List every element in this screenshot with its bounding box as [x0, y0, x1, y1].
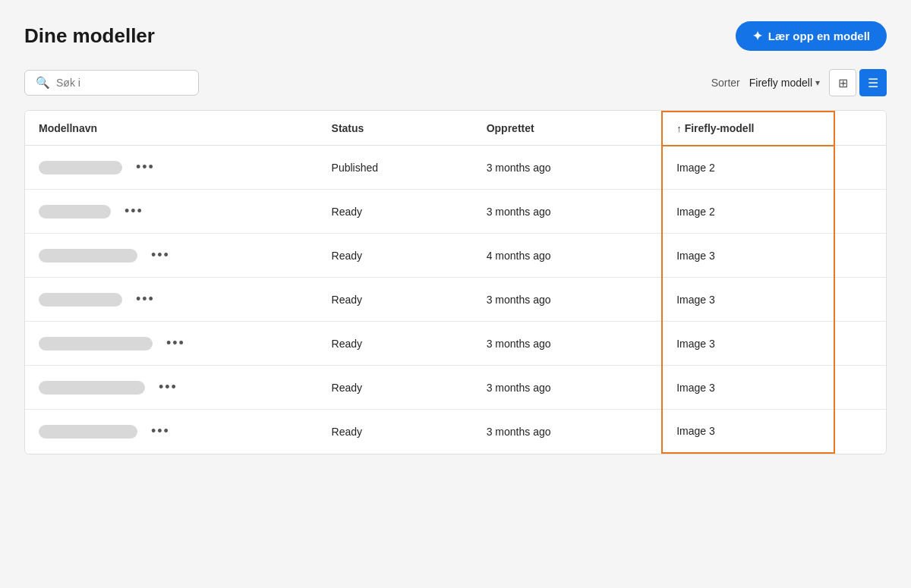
status-badge: Ready [332, 250, 362, 262]
status-cell: Published [318, 146, 473, 190]
opprettet-cell: 3 months ago [473, 278, 662, 322]
train-button-label: Lær opp en modell [768, 30, 870, 42]
name-placeholder [39, 293, 122, 307]
opprettet-cell: 3 months ago [473, 410, 662, 454]
col-header-status: Status [318, 112, 473, 146]
name-cell: ••• [25, 410, 318, 454]
toolbar-row: 🔍 Sorter Firefly modell ▾ ⊞ ☰ [24, 69, 887, 96]
name-cell: ••• [25, 278, 318, 322]
page-container: Dine modeller ✦ Lær opp en modell 🔍 Sort… [0, 0, 911, 588]
search-box[interactable]: 🔍 [24, 70, 199, 96]
name-placeholder [39, 381, 145, 395]
actions-cell [834, 322, 886, 366]
grid-icon: ⊞ [838, 76, 848, 90]
firefly-cell: Image 2 [662, 146, 834, 190]
status-cell: Ready [318, 234, 473, 278]
name-placeholder [39, 161, 122, 175]
row-options-button[interactable]: ••• [156, 379, 181, 395]
sort-area: Sorter Firefly modell ▾ ⊞ ☰ [711, 69, 887, 96]
table-container: Modellnavn Status Opprettet ↑Firefly-mod… [24, 110, 887, 454]
row-options-button[interactable]: ••• [121, 203, 147, 219]
firefly-value: Image 3 [676, 338, 715, 350]
name-cell: ••• [25, 366, 318, 410]
list-view-button[interactable]: ☰ [859, 69, 887, 96]
firefly-value: Image 3 [676, 294, 715, 306]
status-cell: Ready [318, 366, 473, 410]
row-options-button[interactable]: ••• [163, 335, 188, 351]
firefly-value: Image 2 [676, 162, 715, 174]
opprettet-cell: 3 months ago [473, 322, 662, 366]
table-row: ••• Ready3 months agoImage 2 [25, 190, 886, 234]
table-header-row: Modellnavn Status Opprettet ↑Firefly-mod… [25, 112, 886, 146]
opprettet-cell: 3 months ago [473, 146, 662, 190]
search-input[interactable] [56, 77, 188, 89]
grid-view-button[interactable]: ⊞ [829, 69, 856, 96]
row-options-button[interactable]: ••• [148, 423, 173, 439]
table-row: ••• Published3 months agoImage 2 [25, 146, 886, 190]
view-toggles: ⊞ ☰ [829, 69, 887, 96]
name-cell-inner: ••• [39, 379, 304, 395]
chevron-down-icon: ▾ [815, 77, 820, 88]
actions-cell [834, 366, 886, 410]
firefly-value: Image 3 [676, 382, 715, 394]
opprettet-value: 3 months ago [487, 294, 551, 306]
firefly-value: Image 3 [676, 250, 715, 262]
table-row: ••• Ready3 months agoImage 3 [25, 322, 886, 366]
name-cell-inner: ••• [39, 247, 304, 263]
name-placeholder [39, 425, 137, 439]
table-body: ••• Published3 months agoImage 2 ••• Rea… [25, 146, 886, 454]
name-cell: ••• [25, 190, 318, 234]
page-title: Dine modeller [24, 24, 155, 48]
actions-cell [834, 146, 886, 190]
status-badge: Ready [332, 338, 362, 350]
table-row: ••• Ready3 months agoImage 3 [25, 278, 886, 322]
name-placeholder [39, 249, 137, 263]
sort-up-icon: ↑ [676, 123, 682, 134]
actions-cell [834, 278, 886, 322]
col-header-firefly[interactable]: ↑Firefly-modell [662, 112, 834, 146]
actions-cell [834, 190, 886, 234]
opprettet-value: 3 months ago [487, 162, 551, 174]
sort-dropdown[interactable]: Firefly modell ▾ [749, 77, 820, 89]
status-badge: Published [332, 162, 379, 174]
table-row: ••• Ready3 months agoImage 3 [25, 410, 886, 454]
name-cell: ••• [25, 322, 318, 366]
status-badge: Ready [332, 426, 362, 438]
status-cell: Ready [318, 410, 473, 454]
status-cell: Ready [318, 322, 473, 366]
name-cell: ••• [25, 234, 318, 278]
firefly-cell: Image 3 [662, 366, 834, 410]
opprettet-cell: 3 months ago [473, 366, 662, 410]
name-placeholder [39, 337, 153, 351]
star-icon: ✦ [752, 29, 762, 43]
status-badge: Ready [332, 294, 362, 306]
col-header-opprettet: Opprettet [473, 112, 662, 146]
name-cell-inner: ••• [39, 291, 304, 307]
name-placeholder [39, 205, 111, 219]
firefly-cell: Image 3 [662, 278, 834, 322]
status-badge: Ready [332, 206, 362, 218]
opprettet-cell: 3 months ago [473, 190, 662, 234]
col-header-modellnavn: Modellnavn [25, 112, 318, 146]
firefly-cell: Image 3 [662, 410, 834, 454]
opprettet-value: 3 months ago [487, 382, 551, 394]
table-row: ••• Ready4 months agoImage 3 [25, 234, 886, 278]
name-cell-inner: ••• [39, 159, 304, 175]
actions-cell [834, 234, 886, 278]
firefly-cell: Image 2 [662, 190, 834, 234]
row-options-button[interactable]: ••• [133, 159, 158, 175]
firefly-cell: Image 3 [662, 234, 834, 278]
status-cell: Ready [318, 278, 473, 322]
sort-value: Firefly modell [749, 77, 812, 89]
header-row: Dine modeller ✦ Lær opp en modell [24, 21, 887, 51]
opprettet-value: 3 months ago [487, 426, 551, 438]
opprettet-value: 3 months ago [487, 206, 551, 218]
opprettet-value: 3 months ago [487, 338, 551, 350]
row-options-button[interactable]: ••• [148, 247, 173, 263]
search-icon: 🔍 [36, 76, 50, 90]
firefly-value: Image 2 [676, 206, 715, 218]
status-badge: Ready [332, 382, 362, 394]
name-cell: ••• [25, 146, 318, 190]
train-model-button[interactable]: ✦ Lær opp en modell [736, 21, 887, 51]
row-options-button[interactable]: ••• [133, 291, 158, 307]
